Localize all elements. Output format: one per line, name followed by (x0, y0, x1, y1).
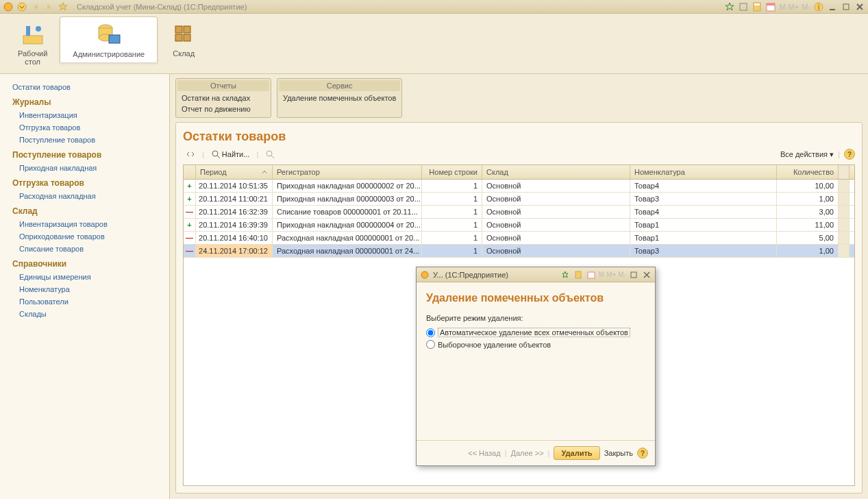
radio-auto-label: Автоматическое удаление всех отмеченных … (438, 328, 630, 337)
cell-scroll (839, 206, 850, 218)
cell-period: 20.11.2014 16:40:10 (196, 232, 273, 244)
cell-nomenclature: Товар3 (630, 245, 777, 257)
fav-add-icon[interactable] (724, 1, 735, 12)
col-header-qty[interactable]: Количество (777, 165, 839, 179)
cell-reg: Расходная накладная 000000001 от 24... (273, 245, 422, 257)
cell-period: 24.11.2014 17:00:12 (196, 245, 273, 257)
cell-reg: Списание товаров 000000001 от 20.11... (273, 206, 422, 218)
dialog-titlebar[interactable]: У... (1С:Предприятие) M M+ M- (417, 267, 655, 282)
tab-warehouse[interactable]: Склад (158, 16, 210, 62)
nav-forward-icon[interactable] (44, 1, 55, 12)
desktop-icon (19, 21, 47, 48)
find-button[interactable]: Найти... (208, 148, 253, 160)
favorite-icon[interactable] (58, 1, 69, 12)
cell-period: 20.11.2014 10:51:35 (196, 180, 273, 192)
tab-desktop[interactable]: Рабочий стол (5, 16, 60, 70)
table-row[interactable]: —24.11.2014 17:00:12Расходная накладная … (184, 245, 854, 258)
sidebar-header-receipt: Поступление товаров (0, 146, 169, 162)
radio-selective-input[interactable] (426, 340, 435, 349)
cell-qty: 1,00 (777, 193, 839, 205)
table-row[interactable]: +20.11.2014 16:39:39Приходная накладная … (184, 219, 854, 232)
panel-service-delete[interactable]: Удаление помеченных объектов (283, 93, 396, 104)
svg-rect-25 (575, 271, 581, 278)
toggle-columns-button[interactable] (183, 148, 198, 160)
help-button[interactable]: ? (844, 149, 855, 160)
sidebar-receipt-invoice[interactable]: Приходная накладная (7, 162, 169, 174)
cell-warehouse: Основной (482, 193, 630, 205)
table-row[interactable]: —20.11.2014 16:32:39Списание товаров 000… (184, 206, 854, 219)
svg-rect-2 (740, 3, 747, 10)
dialog-radio-selective[interactable]: Выборочное удаление объектов (426, 339, 645, 350)
app-logo-icon (3, 1, 14, 12)
tab-admin-label: Администрирование (73, 50, 145, 58)
sidebar-stock[interactable]: Остатки товаров (0, 81, 169, 93)
calculator-icon[interactable] (752, 1, 762, 12)
col-header-nomenclature[interactable]: Номенклатура (630, 165, 777, 179)
dialog-radio-auto[interactable]: Автоматическое удаление всех отмеченных … (426, 326, 645, 339)
dialog-maximize-icon[interactable] (628, 269, 639, 280)
dialog-delete-button[interactable]: Удалить (554, 446, 599, 460)
cell-warehouse: Основной (482, 180, 630, 192)
table-row[interactable]: +20.11.2014 11:00:21Приходная накладная … (184, 193, 854, 206)
cell-reg: Приходная накладная 000000003 от 20... (273, 193, 422, 205)
sidebar-journals-receipt[interactable]: Поступление товаров (7, 134, 169, 146)
clear-filter-button[interactable] (262, 148, 277, 160)
cell-row: 1 (422, 232, 482, 244)
dropdown-icon[interactable] (16, 1, 27, 12)
sidebar-shipment-invoice[interactable]: Расходная накладная (7, 190, 169, 202)
close-icon[interactable] (854, 1, 865, 12)
radio-auto-input[interactable] (426, 328, 435, 337)
dialog-close-button[interactable]: Закрыть (604, 449, 633, 457)
svg-point-22 (212, 151, 218, 156)
sidebar-warehouse-gain[interactable]: Оприходование товаров (7, 230, 169, 243)
cell-nomenclature: Товар4 (630, 206, 777, 218)
minimize-icon[interactable] (827, 1, 838, 12)
dialog-prompt: Выберите режим удаления: (426, 314, 645, 322)
dialog-cal-icon[interactable] (586, 269, 597, 280)
table-row[interactable]: —20.11.2014 16:40:10Расходная накладная … (184, 232, 854, 245)
dialog-mem-mminus: M- (618, 271, 626, 278)
dialog-close-icon[interactable] (641, 269, 652, 280)
cell-reg: Приходная накладная 000000004 от 20... (273, 219, 422, 231)
cell-period: 20.11.2014 16:32:39 (196, 206, 273, 218)
dialog-calc-icon[interactable] (573, 269, 584, 280)
sidebar-catalogs-warehouses[interactable]: Склады (7, 308, 169, 320)
dialog-back-button: << Назад (468, 449, 500, 457)
mem-mplus-icon: M+ (789, 3, 799, 11)
tab-desktop-label: Рабочий стол (18, 49, 47, 66)
svg-rect-19 (184, 26, 190, 33)
row-sign-icon: — (184, 245, 196, 257)
nav-back-icon[interactable] (30, 1, 41, 12)
svg-rect-9 (830, 9, 835, 10)
panel-reports-stock[interactable]: Остатки на складах (182, 93, 265, 104)
maximize-icon[interactable] (841, 1, 852, 12)
table-row[interactable]: +20.11.2014 10:51:35Приходная накладная … (184, 180, 854, 193)
history-icon[interactable] (738, 1, 749, 12)
col-header-reg[interactable]: Регистратор (273, 165, 422, 179)
all-actions-button[interactable]: Все действия ▾ (780, 150, 834, 159)
cell-scroll (839, 245, 850, 257)
cell-nomenclature: Товар1 (630, 219, 777, 231)
info-icon[interactable]: i (813, 1, 824, 12)
dialog-help-button[interactable]: ? (637, 448, 648, 459)
row-sign-icon: — (184, 232, 196, 244)
sidebar-catalogs-nomenclature[interactable]: Номенклатура (7, 283, 169, 295)
svg-point-24 (421, 271, 428, 278)
calendar-icon[interactable] (765, 1, 776, 12)
sidebar-header-catalogs: Справочники (0, 255, 169, 271)
row-sign-icon: — (184, 206, 196, 218)
col-header-status[interactable] (184, 165, 196, 179)
tab-admin[interactable]: Администрирование (60, 16, 158, 62)
dialog-fav-icon[interactable] (560, 269, 571, 280)
panel-reports-movement[interactable]: Отчет по движению (182, 104, 265, 114)
col-header-period[interactable]: Период (196, 165, 273, 179)
col-header-warehouse[interactable]: Склад (482, 165, 630, 179)
sidebar-catalogs-users[interactable]: Пользователи (7, 295, 169, 308)
col-header-row[interactable]: Номер строки (422, 165, 482, 179)
svg-point-13 (36, 26, 41, 32)
sidebar-warehouse-writeoff[interactable]: Списание товаров (7, 243, 169, 255)
sidebar-journals-shipment[interactable]: Отгрузка товаров (7, 121, 169, 134)
sidebar-warehouse-inventory[interactable]: Инвентаризация товаров (7, 218, 169, 230)
sidebar-catalogs-units[interactable]: Единицы измерения (7, 271, 169, 283)
sidebar-journals-inventory[interactable]: Инвентаризация (7, 109, 169, 121)
